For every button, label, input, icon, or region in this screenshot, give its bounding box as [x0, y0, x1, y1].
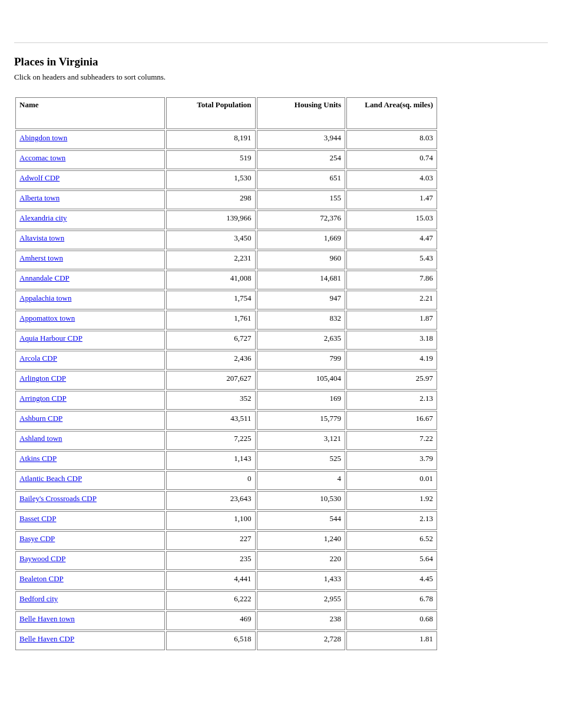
place-link[interactable]: Bealeton CDP — [19, 574, 64, 583]
cell-pop: 352 — [166, 391, 256, 410]
cell-land: 2.21 — [346, 291, 437, 309]
cell-pop: 6,727 — [166, 331, 256, 350]
cell-house: 155 — [257, 190, 345, 209]
cell-pop: 1,761 — [166, 311, 256, 330]
cell-pop: 7,225 — [166, 431, 256, 450]
table-row: Belle Haven town4692380.68 — [15, 611, 437, 630]
table-row: Bealeton CDP4,4411,4334.45 — [15, 571, 437, 590]
cell-pop: 2,436 — [166, 351, 256, 370]
cell-name: Bealeton CDP — [15, 571, 165, 590]
table-row: Atlantic Beach CDP040.01 — [15, 471, 437, 490]
table-row: Abingdon town8,1913,9448.03 — [15, 130, 437, 149]
cell-house: 960 — [257, 251, 345, 269]
cell-land: 6.52 — [346, 531, 437, 550]
cell-house: 72,376 — [257, 210, 345, 229]
places-table: Name Total Population Housing Units Land… — [14, 96, 438, 651]
table-row: Basset CDP1,1005442.13 — [15, 511, 437, 530]
cell-pop: 6,222 — [166, 591, 256, 610]
place-link[interactable]: Appomattox town — [19, 314, 75, 322]
divider — [14, 42, 548, 43]
cell-pop: 227 — [166, 531, 256, 550]
place-link[interactable]: Basset CDP — [19, 514, 56, 523]
table-row: Accomac town5192540.74 — [15, 150, 437, 169]
table-row: Arlington CDP207,627105,40425.97 — [15, 371, 437, 390]
cell-house: 220 — [257, 551, 345, 570]
cell-name: Bedford city — [15, 591, 165, 610]
cell-house: 238 — [257, 611, 345, 630]
cell-land: 15.03 — [346, 210, 437, 229]
place-link[interactable]: Belle Haven town — [19, 614, 75, 623]
cell-house: 4 — [257, 471, 345, 490]
cell-house: 2,635 — [257, 331, 345, 350]
table-row: Adwolf CDP1,5306514.03 — [15, 170, 437, 189]
cell-house: 254 — [257, 150, 345, 169]
place-link[interactable]: Basye CDP — [19, 534, 55, 543]
cell-pop: 4,441 — [166, 571, 256, 590]
place-link[interactable]: Abingdon town — [19, 133, 67, 142]
place-link[interactable]: Bedford city — [19, 594, 58, 603]
col-header-house[interactable]: Housing Units — [257, 97, 345, 129]
cell-name: Arcola CDP — [15, 351, 165, 370]
cell-land: 0.74 — [346, 150, 437, 169]
cell-land: 1.87 — [346, 311, 437, 330]
cell-land: 16.67 — [346, 411, 437, 430]
cell-land: 8.03 — [346, 130, 437, 149]
cell-name: Appalachia town — [15, 291, 165, 309]
table-row: Basye CDP2271,2406.52 — [15, 531, 437, 550]
cell-name: Annandale CDP — [15, 271, 165, 289]
place-link[interactable]: Annandale CDP — [19, 274, 70, 282]
cell-name: Belle Haven CDP — [15, 631, 165, 650]
cell-pop: 0 — [166, 471, 256, 490]
table-row: Alexandria city139,96672,37615.03 — [15, 210, 437, 229]
place-link[interactable]: Arrington CDP — [19, 394, 67, 403]
place-link[interactable]: Aquia Harbour CDP — [19, 334, 82, 342]
cell-pop: 43,511 — [166, 411, 256, 430]
cell-pop: 1,100 — [166, 511, 256, 530]
cell-pop: 3,450 — [166, 230, 256, 249]
place-link[interactable]: Arcola CDP — [19, 354, 57, 363]
place-link[interactable]: Bailey's Crossroads CDP — [19, 494, 97, 503]
col-header-pop[interactable]: Total Population — [166, 97, 256, 129]
place-link[interactable]: Ashland town — [19, 434, 62, 443]
place-link[interactable]: Adwolf CDP — [19, 173, 59, 182]
cell-name: Abingdon town — [15, 130, 165, 149]
place-link[interactable]: Belle Haven CDP — [19, 634, 74, 643]
cell-name: Altavista town — [15, 230, 165, 249]
place-link[interactable]: Baywood CDP — [19, 554, 65, 563]
page-title: Places in Virginia — [14, 55, 548, 69]
cell-pop: 1,530 — [166, 170, 256, 189]
cell-name: Ashland town — [15, 431, 165, 450]
place-link[interactable]: Appalachia town — [19, 294, 71, 302]
cell-land: 4.45 — [346, 571, 437, 590]
cell-house: 799 — [257, 351, 345, 370]
cell-land: 2.13 — [346, 511, 437, 530]
cell-name: Amherst town — [15, 251, 165, 269]
place-link[interactable]: Amherst town — [19, 253, 63, 262]
cell-house: 947 — [257, 291, 345, 309]
cell-pop: 1,143 — [166, 451, 256, 470]
cell-land: 25.97 — [346, 371, 437, 390]
cell-land: 5.43 — [346, 251, 437, 269]
place-link[interactable]: Atkins CDP — [19, 454, 57, 463]
place-link[interactable]: Altavista town — [19, 233, 64, 242]
col-header-land[interactable]: Land Area(sq. miles) — [346, 97, 437, 129]
place-link[interactable]: Atlantic Beach CDP — [19, 474, 82, 483]
table-row: Belle Haven CDP6,5182,7281.81 — [15, 631, 437, 650]
cell-pop: 2,231 — [166, 251, 256, 269]
place-link[interactable]: Arlington CDP — [19, 374, 66, 383]
place-link[interactable]: Ashburn CDP — [19, 414, 62, 423]
cell-house: 2,728 — [257, 631, 345, 650]
cell-land: 1.81 — [346, 631, 437, 650]
cell-pop: 235 — [166, 551, 256, 570]
table-header-row: Name Total Population Housing Units Land… — [15, 97, 437, 129]
place-link[interactable]: Alberta town — [19, 193, 59, 202]
cell-house: 3,944 — [257, 130, 345, 149]
cell-land: 7.86 — [346, 271, 437, 289]
cell-house: 1,669 — [257, 230, 345, 249]
table-row: Ashburn CDP43,51115,77916.67 — [15, 411, 437, 430]
place-link[interactable]: Alexandria city — [19, 213, 67, 222]
col-header-name[interactable]: Name — [15, 97, 165, 129]
cell-pop: 1,754 — [166, 291, 256, 309]
place-link[interactable]: Accomac town — [19, 153, 65, 162]
cell-land: 3.18 — [346, 331, 437, 350]
